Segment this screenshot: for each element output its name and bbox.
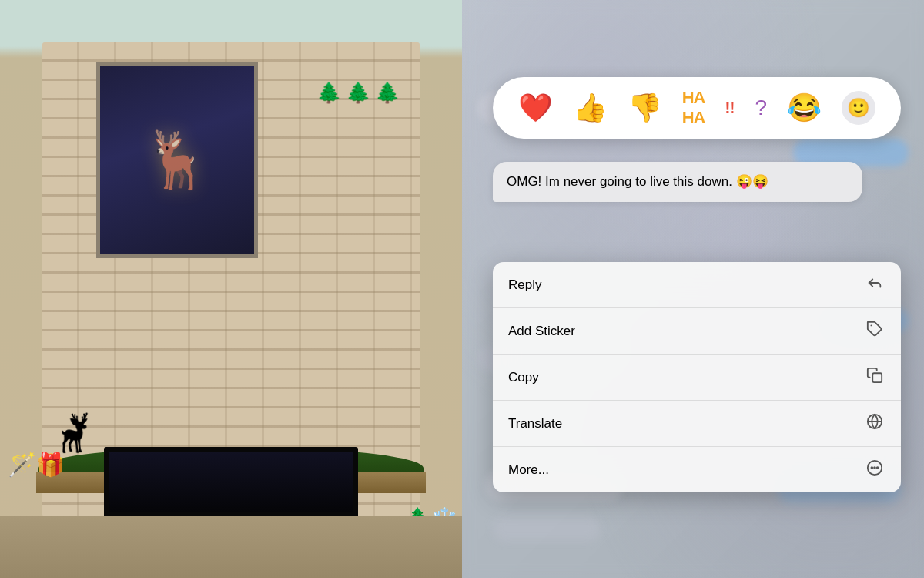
- add-sticker-icon: [864, 321, 886, 341]
- reaction-thumbsup[interactable]: 👍: [573, 92, 608, 124]
- more-label: More...: [508, 462, 549, 478]
- deer-silhouette: 🦌: [50, 412, 96, 455]
- reply-icon: [864, 274, 886, 295]
- menu-item-copy[interactable]: Copy: [493, 355, 901, 401]
- right-panel: ❤️ 👍 👎 HAHA ‼️ ? 😂 🙂 OMG! Im never going…: [462, 0, 924, 578]
- translate-icon: [864, 413, 886, 434]
- add-reaction-button[interactable]: 🙂: [842, 91, 875, 125]
- copy-icon: [864, 367, 886, 388]
- svg-point-5: [871, 467, 872, 469]
- reaction-exclaim[interactable]: ‼️: [725, 98, 735, 118]
- menu-item-reply[interactable]: Reply: [493, 262, 901, 308]
- svg-point-7: [877, 467, 879, 469]
- reaction-haha[interactable]: HAHA: [682, 88, 705, 128]
- left-panel: 🦌 🌲🌲🌲 🦌 🌿🌿🌿🌿🌿🌿🌿 ⚪⚪⚪⚪⚪⚪ 🪄🎁 🌲❄️: [0, 0, 462, 578]
- svg-point-6: [874, 467, 875, 469]
- reaction-question[interactable]: ?: [755, 96, 768, 120]
- more-icon: [864, 459, 886, 480]
- copy-label: Copy: [508, 370, 539, 385]
- context-menu: Reply Add Sticker Copy: [493, 262, 901, 492]
- gold-trees: 🌲🌲🌲: [316, 81, 404, 105]
- reaction-laugh[interactable]: 😂: [787, 92, 822, 124]
- translate-label: Translate: [508, 416, 562, 432]
- message-bubble: OMG! Im never going to live this down. 😜…: [493, 162, 862, 202]
- add-sticker-label: Add Sticker: [508, 324, 575, 339]
- fireplace-opening: [104, 447, 358, 516]
- emoji-reaction-bar: ❤️ 👍 👎 HAHA ‼️ ? 😂 🙂: [493, 77, 901, 139]
- bg-bubble-7: [493, 516, 601, 541]
- left-decoration: 🪄🎁: [8, 451, 65, 478]
- reply-label: Reply: [508, 277, 541, 293]
- message-text: OMG! Im never going to live this down. 😜…: [507, 174, 768, 189]
- floor: [0, 516, 462, 578]
- menu-item-translate[interactable]: Translate: [493, 401, 901, 447]
- reaction-thumbsdown[interactable]: 👎: [628, 92, 662, 124]
- menu-item-more[interactable]: More...: [493, 447, 901, 492]
- reaction-heart[interactable]: ❤️: [518, 92, 553, 124]
- antler-art: 🦌: [142, 127, 212, 193]
- menu-item-add-sticker[interactable]: Add Sticker: [493, 308, 901, 355]
- brick-wall: 🦌 🌲🌲🌲 🦌 🌿🌿🌿🌿🌿🌿🌿 ⚪⚪⚪⚪⚪⚪: [42, 42, 420, 516]
- svg-rect-1: [872, 373, 882, 382]
- wall-artwork: 🦌: [96, 62, 258, 258]
- fireplace-interior: [109, 452, 353, 512]
